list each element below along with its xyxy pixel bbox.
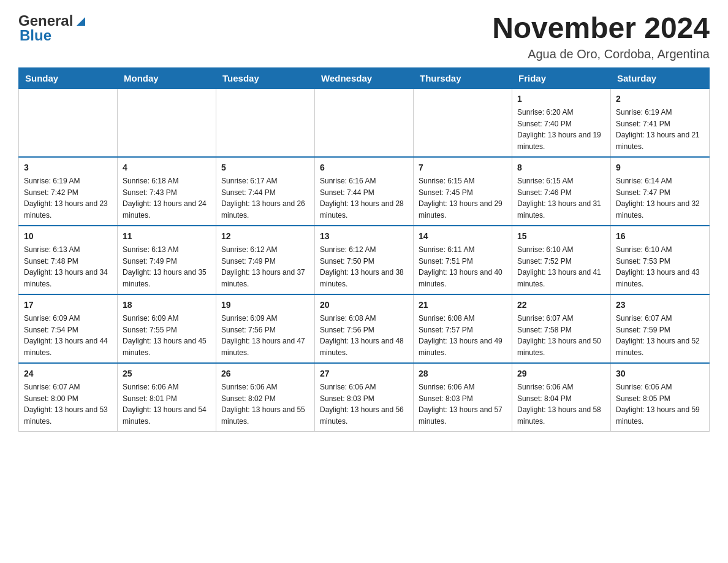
calendar-cell-w5-d1: 24Sunrise: 6:07 AM Sunset: 8:00 PM Dayli…: [19, 363, 118, 432]
day-number: 20: [320, 299, 408, 312]
calendar-cell-w4-d3: 19Sunrise: 6:09 AM Sunset: 7:56 PM Dayli…: [216, 294, 315, 363]
day-info: Sunrise: 6:06 AM Sunset: 8:02 PM Dayligh…: [221, 383, 305, 426]
col-wednesday: Wednesday: [315, 67, 414, 88]
day-number: 2: [616, 93, 704, 105]
day-info: Sunrise: 6:06 AM Sunset: 8:03 PM Dayligh…: [419, 383, 502, 426]
day-number: 19: [221, 299, 309, 312]
day-info: Sunrise: 6:07 AM Sunset: 7:59 PM Dayligh…: [616, 314, 700, 357]
calendar-table: Sunday Monday Tuesday Wednesday Thursday…: [18, 67, 710, 432]
col-saturday: Saturday: [611, 67, 710, 88]
calendar-cell-w3-d2: 11Sunrise: 6:13 AM Sunset: 7:49 PM Dayli…: [118, 226, 216, 294]
day-number: 14: [419, 230, 507, 243]
day-info: Sunrise: 6:09 AM Sunset: 7:54 PM Dayligh…: [24, 314, 108, 357]
day-info: Sunrise: 6:18 AM Sunset: 7:43 PM Dayligh…: [123, 177, 207, 220]
day-number: 25: [123, 367, 211, 380]
day-info: Sunrise: 6:09 AM Sunset: 7:56 PM Dayligh…: [221, 314, 305, 357]
calendar-cell-w3-d4: 13Sunrise: 6:12 AM Sunset: 7:50 PM Dayli…: [315, 226, 414, 294]
col-thursday: Thursday: [414, 67, 512, 88]
calendar-cell-w1-d2: [118, 88, 216, 157]
calendar-cell-w4-d1: 17Sunrise: 6:09 AM Sunset: 7:54 PM Dayli…: [19, 294, 118, 363]
calendar-cell-w1-d6: 1Sunrise: 6:20 AM Sunset: 7:40 PM Daylig…: [512, 88, 611, 157]
day-number: 18: [123, 299, 211, 312]
day-info: Sunrise: 6:19 AM Sunset: 7:42 PM Dayligh…: [24, 177, 108, 220]
day-number: 11: [123, 230, 211, 243]
day-number: 10: [24, 230, 112, 243]
day-number: 23: [616, 299, 704, 312]
day-info: Sunrise: 6:14 AM Sunset: 7:47 PM Dayligh…: [616, 177, 700, 220]
day-number: 29: [517, 367, 605, 380]
calendar-cell-w3-d6: 15Sunrise: 6:10 AM Sunset: 7:52 PM Dayli…: [512, 226, 611, 294]
day-info: Sunrise: 6:08 AM Sunset: 7:56 PM Dayligh…: [320, 314, 404, 357]
calendar-cell-w2-d7: 9Sunrise: 6:14 AM Sunset: 7:47 PM Daylig…: [611, 157, 710, 226]
day-info: Sunrise: 6:11 AM Sunset: 7:51 PM Dayligh…: [419, 245, 502, 288]
day-number: 1: [517, 93, 605, 105]
day-number: 22: [517, 299, 605, 312]
day-number: 6: [320, 161, 408, 174]
calendar-week-4: 17Sunrise: 6:09 AM Sunset: 7:54 PM Dayli…: [19, 294, 710, 363]
location-subtitle: Agua de Oro, Cordoba, Argentina: [492, 47, 710, 61]
calendar-cell-w1-d4: [315, 88, 414, 157]
day-info: Sunrise: 6:06 AM Sunset: 8:01 PM Dayligh…: [123, 383, 207, 426]
day-info: Sunrise: 6:06 AM Sunset: 8:04 PM Dayligh…: [517, 383, 601, 426]
day-number: 3: [24, 161, 112, 174]
day-info: Sunrise: 6:08 AM Sunset: 7:57 PM Dayligh…: [419, 314, 502, 357]
col-tuesday: Tuesday: [216, 67, 315, 88]
day-number: 7: [419, 161, 507, 174]
day-number: 24: [24, 367, 112, 380]
calendar-cell-w2-d5: 7Sunrise: 6:15 AM Sunset: 7:45 PM Daylig…: [414, 157, 512, 226]
calendar-cell-w1-d3: [216, 88, 315, 157]
day-number: 8: [517, 161, 605, 174]
day-info: Sunrise: 6:17 AM Sunset: 7:44 PM Dayligh…: [221, 177, 305, 220]
day-number: 16: [616, 230, 704, 243]
col-monday: Monday: [118, 67, 216, 88]
calendar-cell-w3-d7: 16Sunrise: 6:10 AM Sunset: 7:53 PM Dayli…: [611, 226, 710, 294]
logo-blue-text: Blue: [20, 27, 51, 44]
calendar-cell-w4-d6: 22Sunrise: 6:07 AM Sunset: 7:58 PM Dayli…: [512, 294, 611, 363]
svg-marker-0: [77, 17, 85, 26]
calendar-header-row: Sunday Monday Tuesday Wednesday Thursday…: [19, 67, 710, 88]
day-info: Sunrise: 6:13 AM Sunset: 7:49 PM Dayligh…: [123, 245, 207, 288]
calendar-cell-w4-d5: 21Sunrise: 6:08 AM Sunset: 7:57 PM Dayli…: [414, 294, 512, 363]
logo: General Blue: [18, 12, 88, 44]
day-info: Sunrise: 6:15 AM Sunset: 7:45 PM Dayligh…: [419, 177, 502, 220]
day-info: Sunrise: 6:12 AM Sunset: 7:49 PM Dayligh…: [221, 245, 305, 288]
day-info: Sunrise: 6:07 AM Sunset: 8:00 PM Dayligh…: [24, 383, 108, 426]
day-info: Sunrise: 6:19 AM Sunset: 7:41 PM Dayligh…: [616, 108, 700, 151]
day-info: Sunrise: 6:06 AM Sunset: 8:05 PM Dayligh…: [616, 383, 700, 426]
calendar-week-2: 3Sunrise: 6:19 AM Sunset: 7:42 PM Daylig…: [19, 157, 710, 226]
day-info: Sunrise: 6:12 AM Sunset: 7:50 PM Dayligh…: [320, 245, 404, 288]
day-number: 15: [517, 230, 605, 243]
day-info: Sunrise: 6:20 AM Sunset: 7:40 PM Dayligh…: [517, 108, 601, 151]
calendar-cell-w1-d5: [414, 88, 512, 157]
col-friday: Friday: [512, 67, 611, 88]
title-block: November 2024 Agua de Oro, Cordoba, Arge…: [492, 12, 710, 61]
calendar-cell-w1-d1: [19, 88, 118, 157]
calendar-cell-w2-d2: 4Sunrise: 6:18 AM Sunset: 7:43 PM Daylig…: [118, 157, 216, 226]
calendar-week-5: 24Sunrise: 6:07 AM Sunset: 8:00 PM Dayli…: [19, 363, 710, 432]
day-info: Sunrise: 6:15 AM Sunset: 7:46 PM Dayligh…: [517, 177, 601, 220]
logo-triangle-icon: [74, 15, 88, 28]
day-number: 30: [616, 367, 704, 380]
day-number: 26: [221, 367, 309, 380]
calendar-cell-w5-d3: 26Sunrise: 6:06 AM Sunset: 8:02 PM Dayli…: [216, 363, 315, 432]
calendar-cell-w4-d2: 18Sunrise: 6:09 AM Sunset: 7:55 PM Dayli…: [118, 294, 216, 363]
calendar-cell-w2-d3: 5Sunrise: 6:17 AM Sunset: 7:44 PM Daylig…: [216, 157, 315, 226]
day-info: Sunrise: 6:10 AM Sunset: 7:53 PM Dayligh…: [616, 245, 700, 288]
col-sunday: Sunday: [19, 67, 118, 88]
calendar-cell-w4-d7: 23Sunrise: 6:07 AM Sunset: 7:59 PM Dayli…: [611, 294, 710, 363]
calendar-cell-w2-d6: 8Sunrise: 6:15 AM Sunset: 7:46 PM Daylig…: [512, 157, 611, 226]
day-number: 5: [221, 161, 309, 174]
calendar-cell-w4-d4: 20Sunrise: 6:08 AM Sunset: 7:56 PM Dayli…: [315, 294, 414, 363]
day-number: 17: [24, 299, 112, 312]
calendar-cell-w5-d7: 30Sunrise: 6:06 AM Sunset: 8:05 PM Dayli…: [611, 363, 710, 432]
calendar-cell-w5-d5: 28Sunrise: 6:06 AM Sunset: 8:03 PM Dayli…: [414, 363, 512, 432]
calendar-cell-w5-d2: 25Sunrise: 6:06 AM Sunset: 8:01 PM Dayli…: [118, 363, 216, 432]
day-info: Sunrise: 6:13 AM Sunset: 7:48 PM Dayligh…: [24, 245, 108, 288]
day-number: 4: [123, 161, 211, 174]
day-number: 12: [221, 230, 309, 243]
day-info: Sunrise: 6:16 AM Sunset: 7:44 PM Dayligh…: [320, 177, 404, 220]
day-info: Sunrise: 6:07 AM Sunset: 7:58 PM Dayligh…: [517, 314, 601, 357]
day-number: 27: [320, 367, 408, 380]
day-info: Sunrise: 6:10 AM Sunset: 7:52 PM Dayligh…: [517, 245, 601, 288]
day-number: 21: [419, 299, 507, 312]
